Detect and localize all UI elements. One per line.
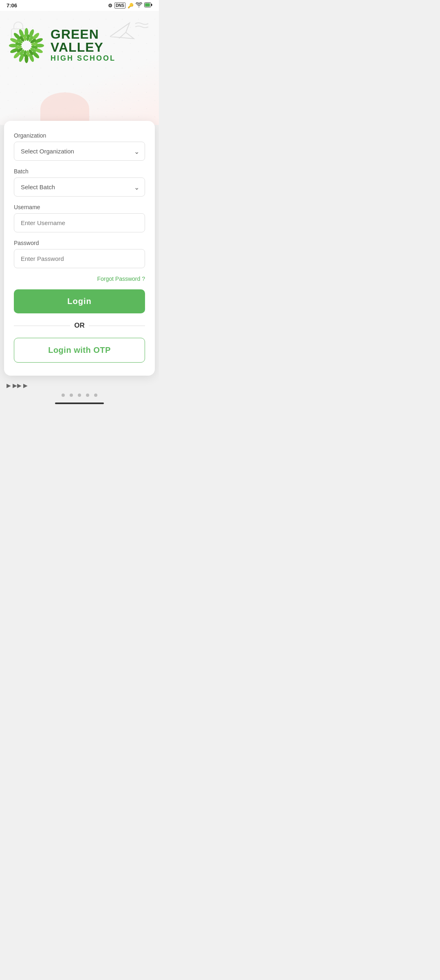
login-card: Organization Select Organization ⌄ Batch… [4, 121, 155, 376]
logo-area: GREEN VALLEY HIGH SCHOOL [8, 27, 151, 64]
logo-subtitle: HIGH SCHOOL [51, 54, 151, 63]
dns-icon: DNS [114, 2, 125, 9]
batch-select[interactable]: Select Batch [14, 177, 145, 197]
status-icons: ⚙ DNS 🔑 [108, 2, 152, 9]
page-dot-5 [94, 394, 97, 397]
logo-icon [8, 27, 45, 64]
svg-rect-2 [145, 3, 150, 7]
organization-label: Organization [14, 132, 145, 139]
wifi-icon [136, 2, 142, 9]
username-label: Username [14, 204, 145, 210]
skip-icon: ▶ [23, 382, 28, 389]
organization-group: Organization Select Organization ⌄ [14, 132, 145, 161]
password-label: Password [14, 240, 145, 246]
logo-text: GREEN VALLEY HIGH SCHOOL [51, 28, 151, 63]
battery-icon [144, 2, 152, 9]
page-dot-1 [62, 394, 65, 397]
media-controls: ▶ ▶▶ ▶ [0, 382, 28, 389]
or-text: OR [74, 322, 85, 330]
batch-label: Batch [14, 168, 145, 175]
settings-icon: ⚙ [108, 3, 112, 9]
key-icon: 🔑 [128, 3, 134, 9]
or-line-left [14, 326, 70, 326]
otp-button[interactable]: Login with OTP [14, 338, 145, 363]
logo-name: GREEN VALLEY [51, 28, 151, 54]
status-bar: 7:06 ⚙ DNS 🔑 [0, 0, 159, 11]
page-dot-4 [86, 394, 89, 397]
password-input[interactable] [14, 249, 145, 268]
or-line-right [89, 326, 145, 326]
page-dots [62, 394, 97, 397]
time: 7:06 [7, 2, 17, 9]
svg-rect-1 [151, 4, 152, 6]
password-group: Password [14, 240, 145, 268]
login-button[interactable]: Login [14, 289, 145, 313]
page-dot-3 [78, 394, 81, 397]
fast-forward-icon: ▶▶ [13, 382, 22, 389]
batch-group: Batch Select Batch ⌄ [14, 168, 145, 197]
forgot-password-link[interactable]: Forgot Password ? [14, 276, 145, 282]
play-icon: ▶ [7, 382, 11, 389]
username-group: Username [14, 204, 145, 232]
batch-select-wrapper[interactable]: Select Batch ⌄ [14, 177, 145, 197]
organization-select-wrapper[interactable]: Select Organization ⌄ [14, 142, 145, 161]
home-bar [55, 402, 104, 404]
or-divider: OR [14, 322, 145, 330]
organization-select[interactable]: Select Organization [14, 142, 145, 161]
header-bg: GREEN VALLEY HIGH SCHOOL [0, 11, 159, 125]
page-dot-2 [70, 394, 73, 397]
logo-bg-circle [40, 92, 89, 125]
bottom-area: ▶ ▶▶ ▶ [0, 376, 159, 408]
username-input[interactable] [14, 213, 145, 232]
